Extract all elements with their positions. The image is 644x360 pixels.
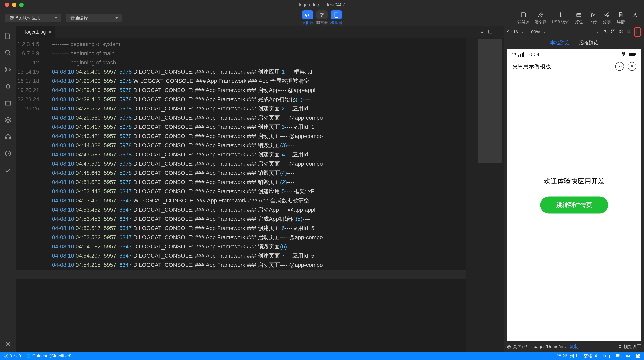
select-compile-mode[interactable]: 普通编译 (66, 14, 122, 22)
window-controls[interactable] (5, 2, 24, 7)
btn-usb-debug[interactable]: USB 调试 (552, 11, 569, 24)
user-icon (630, 11, 639, 18)
diff-icon[interactable]: ◈ (481, 30, 483, 34)
signal-label: 4G (512, 52, 516, 56)
refresh-icon[interactable]: ↻ (604, 30, 608, 34)
globe-icon: 🌐 (26, 354, 31, 358)
btn-account[interactable] (630, 11, 639, 24)
svg-rect-35 (628, 52, 635, 56)
svg-rect-32 (628, 31, 630, 33)
status-errors[interactable]: ⓧ0 ⚠0 (4, 353, 21, 359)
svg-point-13 (6, 50, 10, 54)
code-editor[interactable]: 1 2 3 4 5 6 7 8 9 10 11 12 13 14 15 16 1… (16, 38, 504, 352)
svg-rect-30 (621, 32, 622, 33)
path-value: pages/Demo/in… (534, 344, 568, 349)
file-icon (616, 11, 625, 18)
activity-bar (0, 26, 16, 352)
gear-icon: ⚙ (618, 344, 622, 349)
clock-icon[interactable] (4, 150, 12, 158)
search-icon[interactable] (4, 49, 12, 57)
svg-rect-28 (621, 30, 622, 31)
explorer-icon[interactable] (4, 32, 12, 40)
tab-debugger[interactable]: 调试器 (316, 10, 328, 26)
tab-editor[interactable]: 编辑器 (302, 10, 314, 26)
svg-point-16 (9, 69, 10, 70)
svg-point-17 (6, 84, 10, 89)
preview-toolbar: 9 : 16 ⌄ | 100% ⌄ | ← ↻ (504, 26, 644, 38)
svg-rect-25 (614, 30, 615, 31)
layers-icon[interactable] (4, 116, 12, 124)
battery-icon (628, 52, 636, 58)
warning-icon: ⚠ (13, 354, 17, 358)
status-filetype[interactable]: Log (602, 354, 610, 358)
screenshot-icon[interactable] (4, 99, 12, 107)
phone-close-button[interactable]: ✕ (628, 62, 636, 71)
btn-clear-cache[interactable]: 清缓存 (534, 11, 546, 24)
mail-icon[interactable] (626, 354, 630, 358)
device-toggle-icon[interactable] (634, 28, 641, 36)
git-icon[interactable] (4, 66, 12, 74)
select-linked-app[interactable]: 选择关联快应用 (5, 14, 61, 22)
bug-icon[interactable] (4, 82, 12, 90)
btn-details[interactable]: 详情 (616, 11, 625, 24)
btn-share[interactable]: 分享 (602, 11, 611, 24)
copy-path-button[interactable]: 复制 (570, 344, 578, 350)
welcome-text: 欢迎体验快应用开发 (544, 176, 605, 186)
popout-icon[interactable] (636, 354, 640, 358)
tab-local-preview[interactable]: 本地预览 (550, 40, 570, 47)
phone-icon (334, 12, 338, 18)
chevron-down-icon[interactable]: ⌄ (542, 30, 546, 34)
svg-rect-26 (612, 32, 613, 33)
btn-package[interactable]: 打包 (574, 11, 583, 24)
svg-point-1 (322, 14, 324, 16)
phone-app-title: 快应用示例模版 (512, 62, 551, 70)
svg-rect-27 (620, 30, 620, 31)
maximize-window[interactable] (19, 2, 24, 7)
headset-icon[interactable] (4, 133, 12, 141)
close-window[interactable] (5, 2, 9, 7)
svg-point-0 (320, 13, 322, 14)
copy-icon[interactable] (626, 30, 630, 34)
preview-panel: 9 : 16 ⌄ | 100% ⌄ | ← ↻ 本地预览 远程预览 (504, 26, 644, 352)
back-icon[interactable]: ← (596, 30, 600, 34)
chevron-down-icon[interactable]: ⌄ (520, 30, 524, 34)
compass-icon: ◎ (507, 344, 511, 349)
phone-clock: 10:04 (526, 52, 540, 58)
svg-rect-36 (635, 54, 636, 55)
split-icon[interactable] (488, 30, 492, 34)
more-icon[interactable]: ⋯ (497, 30, 500, 34)
editor-tabs: ≡ logcat.log × ◈ ⋯ (16, 26, 504, 38)
minimap[interactable] (466, 38, 504, 352)
btn-skeleton[interactable]: 骨架屏 (518, 11, 530, 24)
phone-status-bar: 4G 10:04 (507, 49, 641, 60)
signal-bars-icon (518, 52, 524, 56)
minimize-window[interactable] (12, 2, 16, 7)
status-spaces[interactable]: 空格: 4 (584, 353, 597, 359)
preview-zoom[interactable]: 100% (529, 30, 540, 34)
close-icon[interactable]: × (48, 29, 52, 35)
tab-remote-preview[interactable]: 远程预览 (579, 40, 598, 47)
wifi-icon (621, 52, 626, 58)
svg-point-9 (605, 14, 606, 16)
preview-settings-button[interactable]: 预览设置 (624, 344, 641, 350)
phone-frame: 4G 10:04 快应用示例模版 ⋯ ✕ 欢迎体验快应用开发 跳转到详情页 (507, 49, 641, 341)
svg-rect-8 (577, 14, 581, 16)
tab-logcat[interactable]: ≡ logcat.log × (16, 26, 55, 38)
grid-icon[interactable] (619, 30, 623, 34)
sliders-icon (316, 10, 328, 19)
status-cursor[interactable]: 行 26, 列 1 (557, 353, 578, 359)
check-icon[interactable] (4, 166, 12, 174)
center-tabs: 编辑器 调试器 模拟器 (302, 10, 342, 26)
btn-upload[interactable]: 上传 (588, 11, 597, 24)
tab-file-icon: ≡ (20, 29, 22, 35)
phone-more-button[interactable]: ⋯ (615, 62, 624, 71)
usb-icon (556, 11, 565, 18)
cta-detail-button[interactable]: 跳转到详情页 (540, 196, 608, 214)
tab-simulator[interactable]: 模拟器 (330, 10, 342, 26)
broom-icon (536, 11, 545, 18)
svg-rect-24 (612, 30, 613, 31)
qr-icon[interactable] (611, 30, 615, 34)
feedback-icon[interactable] (616, 354, 620, 358)
status-language[interactable]: 🌐Chinese (Simplified) (26, 354, 72, 358)
settings-icon[interactable] (4, 340, 12, 348)
